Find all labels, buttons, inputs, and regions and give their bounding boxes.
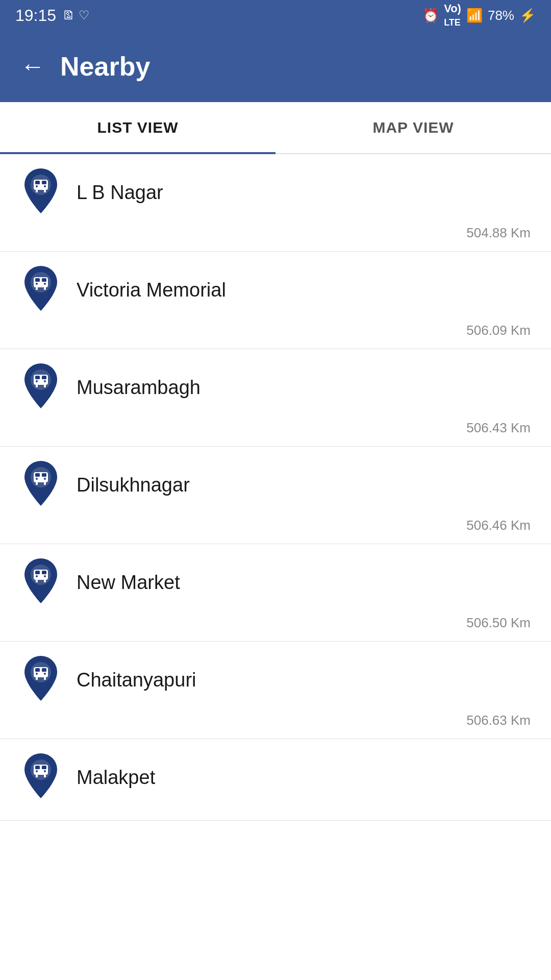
list-item[interactable]: Malakpet (0, 739, 551, 821)
svg-rect-26 (35, 473, 40, 477)
status-bar: 19:15 🖻 ♡ ⏰ Vo)LTE 📶 78% ⚡ (0, 0, 551, 31)
station-name: Dilsukhnagar (77, 474, 190, 496)
svg-rect-7 (44, 190, 46, 192)
svg-rect-3 (42, 181, 46, 184)
battery-icon: ⚡ (519, 8, 536, 23)
status-time: 19:15 (15, 6, 56, 25)
station-pin-icon (20, 363, 61, 412)
svg-rect-50 (35, 766, 40, 769)
svg-point-52 (36, 770, 38, 772)
svg-point-20 (36, 380, 38, 382)
tabs-container: LIST VIEW MAP VIEW (0, 102, 551, 154)
alarm-icon: ⏰ (422, 8, 439, 23)
svg-rect-39 (44, 580, 46, 582)
list-item[interactable]: Dilsukhnagar506.46 Km (0, 447, 551, 544)
svg-rect-54 (36, 775, 38, 777)
svg-rect-22 (36, 385, 38, 387)
station-name: Malakpet (77, 767, 155, 789)
svg-point-4 (36, 185, 38, 187)
svg-point-53 (44, 770, 46, 772)
svg-rect-38 (36, 580, 38, 582)
list-item[interactable]: Victoria Memorial506.09 Km (0, 252, 551, 349)
station-name: Victoria Memorial (77, 279, 226, 301)
notification-icon: 🖻 (62, 8, 74, 22)
svg-point-45 (44, 673, 46, 675)
station-name: Chaitanyapuri (77, 669, 196, 691)
lte-icon: Vo)LTE (444, 2, 461, 29)
station-pin-icon (20, 558, 61, 607)
station-name: L B Nagar (77, 182, 163, 204)
station-pin-icon (20, 168, 61, 217)
svg-point-28 (36, 478, 38, 480)
svg-rect-19 (42, 376, 46, 379)
station-distance: 506.43 Km (466, 420, 531, 436)
status-right: ⏰ Vo)LTE 📶 78% ⚡ (422, 2, 536, 29)
page-title: Nearby (60, 51, 150, 82)
svg-point-37 (44, 575, 46, 577)
svg-rect-15 (44, 287, 46, 290)
svg-rect-31 (44, 482, 46, 485)
app-bar: ← Nearby (0, 31, 551, 102)
svg-rect-23 (44, 385, 46, 387)
station-distance: 506.50 Km (466, 615, 531, 631)
svg-point-12 (36, 283, 38, 285)
svg-rect-14 (36, 287, 38, 290)
svg-rect-6 (36, 190, 38, 192)
list-item[interactable]: Chaitanyapuri506.63 Km (0, 642, 551, 739)
station-name: Musarambagh (77, 377, 201, 399)
list-item[interactable]: Musarambagh506.43 Km (0, 349, 551, 447)
svg-point-29 (44, 478, 46, 480)
station-distance: 506.09 Km (466, 323, 531, 338)
svg-point-5 (44, 185, 46, 187)
station-distance: 506.63 Km (466, 713, 531, 728)
battery-level: 78% (488, 8, 514, 23)
svg-rect-46 (36, 677, 38, 680)
svg-rect-2 (35, 181, 40, 184)
station-pin-icon (20, 266, 61, 314)
heart-icon: ♡ (79, 8, 90, 22)
svg-rect-35 (42, 571, 46, 574)
station-pin-icon (20, 656, 61, 704)
svg-point-13 (44, 283, 46, 285)
svg-point-36 (36, 575, 38, 577)
svg-rect-30 (36, 482, 38, 485)
station-name: New Market (77, 572, 180, 594)
svg-rect-51 (42, 766, 46, 769)
back-button[interactable]: ← (20, 54, 45, 79)
svg-rect-18 (35, 376, 40, 379)
svg-rect-43 (42, 668, 46, 672)
svg-point-44 (36, 673, 38, 675)
signal-icon: 📶 (466, 8, 483, 23)
svg-rect-55 (44, 775, 46, 777)
list-item[interactable]: L B Nagar504.88 Km (0, 154, 551, 252)
svg-rect-11 (42, 278, 46, 282)
tab-map-view[interactable]: MAP VIEW (276, 102, 551, 153)
station-pin-icon (20, 461, 61, 509)
svg-rect-47 (44, 677, 46, 680)
svg-rect-10 (35, 278, 40, 282)
list-item[interactable]: New Market506.50 Km (0, 544, 551, 642)
tab-list-view[interactable]: LIST VIEW (0, 102, 276, 153)
station-pin-icon (20, 753, 61, 802)
svg-rect-27 (42, 473, 46, 477)
svg-rect-42 (35, 668, 40, 672)
svg-point-21 (44, 380, 46, 382)
station-distance: 506.46 Km (466, 518, 531, 533)
station-list: L B Nagar504.88 Km Victoria Memorial506.… (0, 154, 551, 821)
station-distance: 504.88 Km (466, 225, 531, 241)
svg-rect-34 (35, 571, 40, 574)
